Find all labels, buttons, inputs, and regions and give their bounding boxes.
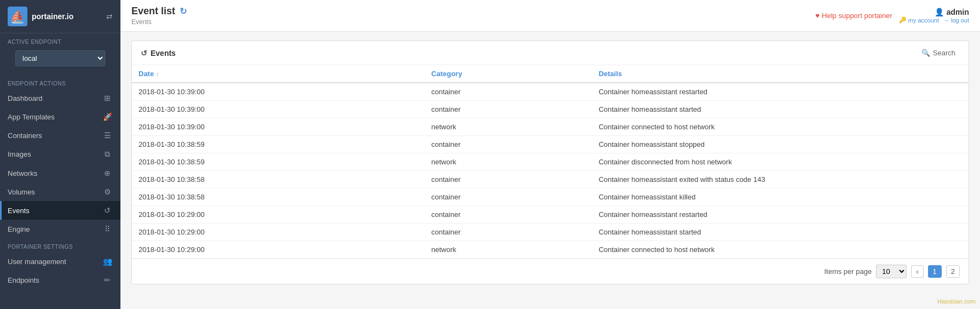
cell-date: 2018-01-30 10:38:58: [132, 171, 425, 188]
cell-category: container: [425, 206, 592, 224]
admin-label: admin: [947, 8, 969, 16]
admin-user-icon: 👤: [935, 8, 944, 16]
admin-name: 👤 admin: [935, 8, 969, 16]
table-row: 2018-01-30 10:38:59 network Container di…: [132, 153, 969, 171]
panel-title-text: Events: [151, 49, 176, 58]
portainer-logo-icon: ⛵: [8, 7, 27, 26]
active-endpoint-label: ACTIVE ENDPOINT: [0, 33, 120, 47]
table-row: 2018-01-30 10:39:00 container Container …: [132, 83, 969, 101]
networks-icon: ⊕: [102, 169, 113, 178]
logo-area: ⛵ portainer.io ⇄: [0, 0, 120, 33]
table-row: 2018-01-30 10:29:00 container Container …: [132, 224, 969, 241]
containers-icon: ☰: [102, 131, 113, 140]
heart-icon: ♥: [815, 12, 820, 20]
admin-links: 🔑 my account → log out: [899, 16, 969, 24]
main-content: Event list ↻ Events ♥ Help support porta…: [120, 0, 980, 309]
search-label: Search: [933, 49, 955, 57]
key-icon: 🔑: [899, 16, 907, 24]
pagination-bar: Items per page 10 25 50 100 ‹ 1 2: [132, 259, 969, 284]
table-row: 2018-01-30 10:39:00 network Container co…: [132, 118, 969, 136]
current-page-button[interactable]: 1: [928, 265, 942, 278]
cell-details: Container homeassistant started: [592, 101, 969, 118]
user-management-icon: 👥: [102, 257, 113, 266]
sidebar-item-endpoints[interactable]: Endpoints ✏: [0, 271, 120, 289]
cell-category: container: [425, 83, 592, 101]
header-title-area: Event list ↻ Events: [131, 5, 815, 26]
sidebar-item-app-templates[interactable]: App Templates 🚀: [0, 107, 120, 126]
table-row: 2018-01-30 10:39:00 container Container …: [132, 101, 969, 118]
cell-category: container: [425, 171, 592, 188]
content-area: ↺ Events 🔍 Search Date ↕: [120, 32, 980, 309]
cell-details: Container homeassistant exited with stat…: [592, 171, 969, 188]
cell-category: network: [425, 118, 592, 136]
items-per-page-label: Items per page: [824, 267, 872, 276]
panel-header: ↺ Events 🔍 Search: [132, 41, 969, 65]
my-account-link[interactable]: 🔑 my account: [899, 16, 939, 24]
cell-category: container: [425, 224, 592, 241]
breadcrumb: Events: [131, 18, 815, 26]
sidebar-toggle-icon[interactable]: ⇄: [106, 12, 113, 21]
cell-date: 2018-01-30 10:38:59: [132, 136, 425, 153]
admin-section: 👤 admin 🔑 my account → log out: [899, 8, 969, 24]
portainer-settings-label: PORTAINER SETTINGS: [0, 238, 120, 252]
table-row: 2018-01-30 10:38:58 container Container …: [132, 188, 969, 206]
engine-icon: ⠿: [102, 225, 113, 233]
events-icon: ↺: [102, 206, 113, 215]
help-text: Help support portainer: [822, 12, 892, 20]
cell-date: 2018-01-30 10:29:00: [132, 224, 425, 241]
cell-category: container: [425, 188, 592, 206]
cell-details: Container connected to host network: [592, 118, 969, 136]
cell-details: Container homeassistant started: [592, 224, 969, 241]
sort-icon-date: ↕: [156, 71, 159, 77]
cell-category: container: [425, 101, 592, 118]
endpoints-icon: ✏: [102, 276, 113, 284]
cell-details: Container disconnected from host network: [592, 153, 969, 171]
help-link[interactable]: ♥ Help support portainer: [815, 12, 892, 20]
cell-category: network: [425, 241, 592, 259]
items-per-page-select[interactable]: 10 25 50 100: [876, 265, 907, 278]
sidebar-item-networks[interactable]: Networks ⊕: [0, 164, 120, 182]
page-title: Event list ↻: [131, 5, 815, 17]
logout-icon: →: [943, 17, 949, 24]
cell-date: 2018-01-30 10:29:00: [132, 241, 425, 259]
events-panel-icon: ↺: [141, 49, 147, 58]
sidebar-item-engine[interactable]: Engine ⠿: [0, 220, 120, 238]
logo-text: portainer.io: [32, 12, 73, 21]
events-table: Date ↕ Category Details 2018-01-30 10:39…: [132, 65, 969, 259]
table-row: 2018-01-30 10:38:59 container Container …: [132, 136, 969, 153]
images-icon: ⧉: [102, 150, 113, 159]
header: Event list ↻ Events ♥ Help support porta…: [120, 0, 980, 32]
cell-date: 2018-01-30 10:29:00: [132, 206, 425, 224]
table-row: 2018-01-30 10:29:00 container Container …: [132, 206, 969, 224]
sidebar-item-dashboard[interactable]: Dashboard ⊞: [0, 89, 120, 107]
cell-details: Container connected to host network: [592, 241, 969, 259]
cell-date: 2018-01-30 10:39:00: [132, 83, 425, 101]
sidebar-item-containers[interactable]: Containers ☰: [0, 126, 120, 145]
sidebar-item-volumes[interactable]: Volumes ⚙: [0, 182, 120, 201]
table-row: 2018-01-30 10:29:00 network Container co…: [132, 241, 969, 259]
col-details: Details: [592, 65, 969, 83]
next-page-button[interactable]: 2: [946, 265, 960, 278]
endpoint-actions-label: ENDPOINT ACTIONS: [0, 75, 120, 89]
search-icon: 🔍: [921, 49, 930, 57]
volumes-icon: ⚙: [102, 187, 113, 196]
cell-category: network: [425, 153, 592, 171]
endpoint-select[interactable]: local: [15, 50, 105, 66]
cell-date: 2018-01-30 10:38:58: [132, 188, 425, 206]
header-right: ♥ Help support portainer 👤 admin 🔑 my ac…: [815, 8, 969, 24]
sidebar-item-user-management[interactable]: User management 👥: [0, 252, 120, 271]
search-button[interactable]: 🔍 Search: [917, 47, 960, 59]
app-templates-icon: 🚀: [102, 112, 113, 121]
cell-date: 2018-01-30 10:39:00: [132, 101, 425, 118]
cell-category: container: [425, 136, 592, 153]
sidebar-item-images[interactable]: Images ⧉: [0, 145, 120, 164]
col-date[interactable]: Date ↕: [132, 65, 425, 83]
refresh-icon[interactable]: ↻: [180, 6, 187, 16]
col-category: Category: [425, 65, 592, 83]
cell-date: 2018-01-30 10:39:00: [132, 118, 425, 136]
sidebar-item-events[interactable]: Events ↺: [0, 201, 120, 220]
table-header-row: Date ↕ Category Details: [132, 65, 969, 83]
log-out-link[interactable]: → log out: [943, 16, 969, 24]
events-panel: ↺ Events 🔍 Search Date ↕: [131, 41, 969, 284]
prev-page-button[interactable]: ‹: [911, 265, 923, 278]
